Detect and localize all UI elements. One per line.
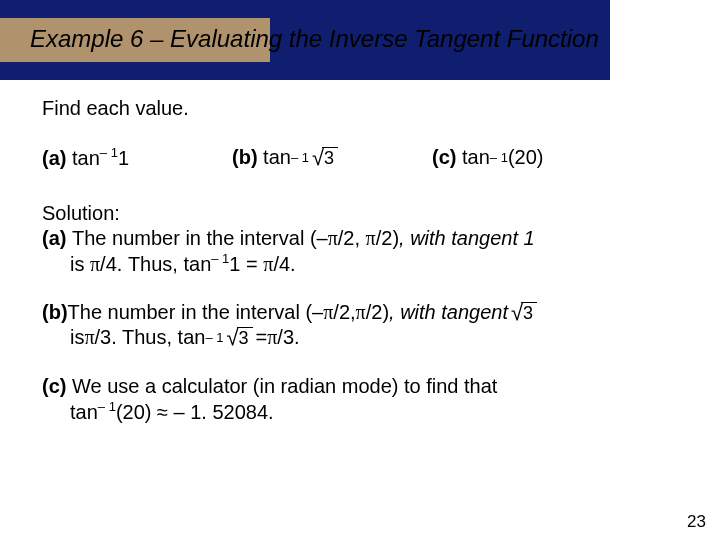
solution-b: (b) The number in the interval (–π/2, π/… (42, 300, 678, 350)
solution-c: (c) We use a calculator (in radian mode)… (42, 374, 678, 425)
problem-b: (b) tan– 1 √3 (232, 145, 432, 171)
arg-a: 1 (118, 147, 129, 169)
title-bar: Example 6 – Evaluating the Inverse Tange… (0, 18, 720, 62)
slide-title: Example 6 – Evaluating the Inverse Tange… (30, 25, 599, 53)
problem-a: (a) tan– 11 (42, 145, 232, 171)
sqrt-3-icon: √3 (511, 302, 537, 323)
sol-b-line1: (b) The number in the interval (–π/2, π/… (42, 300, 678, 325)
sqrt-3-icon: √3 (312, 147, 338, 168)
sol-b-line2: is π/3. Thus, tan– 1 √3 = π/3. (42, 325, 678, 350)
exp-a: – 1 (100, 145, 118, 160)
arg-c: (20) (508, 145, 544, 170)
prompt-text: Find each value. (42, 96, 678, 121)
problem-c: (c) tan– 1(20) (432, 145, 543, 171)
func-c: tan (462, 145, 490, 170)
sol-c-line1: (c) We use a calculator (in radian mode)… (42, 374, 678, 399)
solution-heading: Solution: (42, 201, 678, 226)
sol-a-line1: (a) The number in the interval (–π/2, π/… (42, 226, 678, 251)
sol-a-line2: is π/4. Thus, tan– 11 = π/4. (42, 251, 678, 277)
sqrt-3-icon: √3 (226, 327, 252, 348)
func-b: tan (263, 145, 291, 170)
problem-row: (a) tan– 11 (b) tan– 1 √3 (c) tan– 1(20) (42, 145, 678, 171)
label-c: (c) (432, 145, 456, 170)
exp-b: – 1 (291, 150, 309, 166)
label-b: (b) (232, 145, 258, 170)
sol-c-line2: tan– 1(20) ≈ – 1. 52084. (42, 399, 678, 425)
label-a: (a) (42, 147, 66, 169)
func-a: tan (72, 147, 100, 169)
content-area: Find each value. (a) tan– 11 (b) tan– 1 … (0, 62, 720, 425)
exp-c: – 1 (490, 150, 508, 166)
solution-a: Solution: (a) The number in the interval… (42, 201, 678, 277)
page-number: 23 (687, 512, 706, 532)
